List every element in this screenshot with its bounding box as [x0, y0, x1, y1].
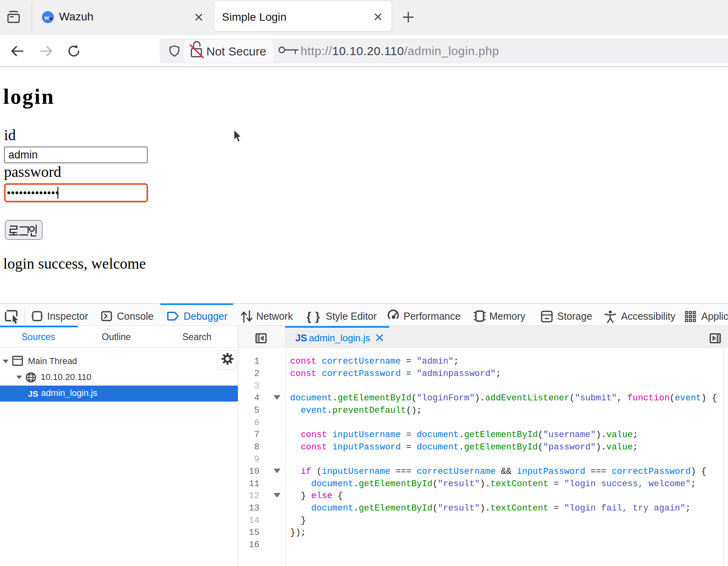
svg-text:w: w [44, 14, 49, 21]
